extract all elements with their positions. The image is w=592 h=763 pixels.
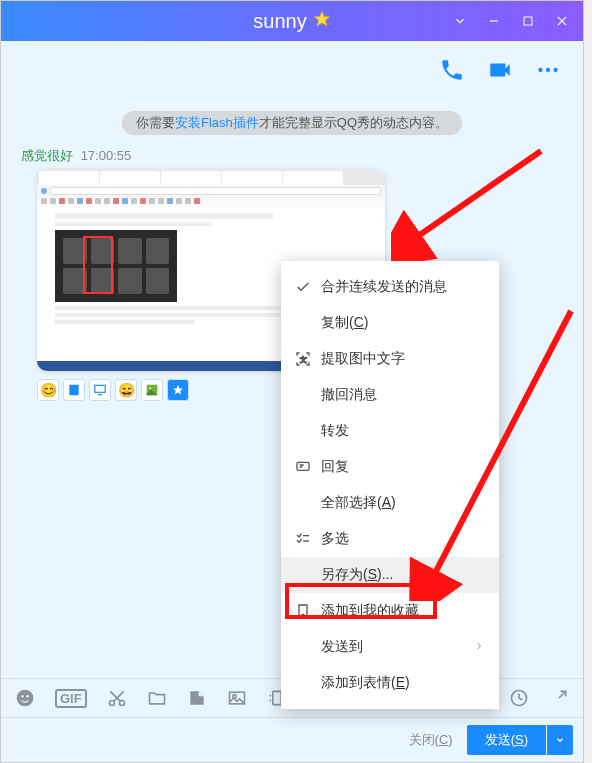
message-meta: 感觉很好 17:00:55 bbox=[21, 147, 583, 165]
bookmark-icon bbox=[295, 603, 321, 619]
menu-label: 全部选择(A) bbox=[321, 494, 396, 512]
menu-send-to[interactable]: 发送到 bbox=[281, 629, 499, 665]
menu-label: 发送到 bbox=[321, 638, 363, 656]
minimize-button[interactable] bbox=[477, 1, 511, 41]
svg-point-22 bbox=[26, 695, 29, 698]
svg-rect-2 bbox=[524, 17, 532, 25]
svg-marker-0 bbox=[314, 11, 329, 25]
send-button[interactable]: 发送(S) bbox=[467, 725, 546, 755]
menu-copy[interactable]: 复制(C) bbox=[281, 305, 499, 341]
svg-rect-9 bbox=[95, 385, 106, 392]
footer: 关闭(C) 发送(S) bbox=[1, 718, 583, 762]
window-title: sunny bbox=[253, 10, 330, 33]
voice-call-icon[interactable] bbox=[439, 57, 465, 87]
reply-icon bbox=[295, 459, 321, 475]
svg-rect-15 bbox=[297, 462, 309, 470]
video-call-icon[interactable] bbox=[487, 57, 513, 87]
menu-save-as[interactable]: 另存为(S)... bbox=[281, 557, 499, 593]
menu-recall[interactable]: 撤回消息 bbox=[281, 377, 499, 413]
picture-icon[interactable] bbox=[141, 379, 163, 401]
svg-text:文: 文 bbox=[300, 356, 307, 363]
menu-label: 添加到我的收藏 bbox=[321, 602, 419, 620]
svg-rect-8 bbox=[69, 385, 78, 396]
title-text: sunny bbox=[253, 10, 306, 33]
emoji-add-icon[interactable]: 😊 bbox=[37, 379, 59, 401]
send-dropdown[interactable] bbox=[547, 725, 573, 755]
flash-install-link[interactable]: 安装Flash插件 bbox=[175, 115, 259, 130]
cut-icon[interactable] bbox=[107, 688, 127, 708]
notice-prefix: 你需要 bbox=[136, 115, 175, 130]
flash-notice: 你需要安装Flash插件才能完整显示QQ秀的动态内容。 bbox=[122, 111, 462, 135]
svg-rect-29 bbox=[273, 691, 281, 704]
close-button[interactable] bbox=[545, 1, 579, 41]
star-icon bbox=[313, 10, 331, 33]
message-time: 17:00:55 bbox=[81, 148, 132, 163]
expand-icon[interactable] bbox=[549, 688, 569, 708]
menu-select-all[interactable]: 全部选择(A) bbox=[281, 485, 499, 521]
menu-forward[interactable]: 转发 bbox=[281, 413, 499, 449]
close-button-text[interactable]: 关闭(C) bbox=[409, 731, 453, 749]
menu-label: 另存为(S)... bbox=[321, 566, 393, 584]
svg-line-35 bbox=[559, 691, 566, 698]
menu-label: 提取图中文字 bbox=[321, 350, 405, 368]
notice-suffix: 才能完整显示QQ秀的动态内容。 bbox=[259, 115, 448, 130]
menu-label: 复制(C) bbox=[321, 314, 368, 332]
menu-add-emoji[interactable]: 添加到表情(E) bbox=[281, 665, 499, 701]
image-icon[interactable] bbox=[227, 688, 247, 708]
menu-label: 转发 bbox=[321, 422, 349, 440]
svg-point-5 bbox=[538, 68, 542, 72]
svg-point-6 bbox=[546, 68, 550, 72]
history-icon[interactable] bbox=[509, 688, 529, 708]
svg-point-20 bbox=[17, 690, 34, 707]
call-actions bbox=[1, 41, 583, 87]
svg-marker-13 bbox=[173, 385, 183, 395]
emoji-icon[interactable] bbox=[15, 688, 35, 708]
context-menu: 合并连续发送的消息 复制(C) 文 提取图中文字 撤回消息 转发 回复 全部选择… bbox=[281, 261, 499, 709]
svg-point-7 bbox=[553, 68, 557, 72]
chevron-right-icon bbox=[473, 639, 485, 655]
check-icon bbox=[295, 279, 321, 295]
send-file-icon[interactable] bbox=[187, 688, 207, 708]
maximize-button[interactable] bbox=[511, 1, 545, 41]
menu-label: 回复 bbox=[321, 458, 349, 476]
book-icon[interactable] bbox=[63, 379, 85, 401]
menu-add-favorite[interactable]: 添加到我的收藏 bbox=[281, 593, 499, 629]
titlebar: sunny bbox=[1, 1, 583, 41]
chat-window: sunny bbox=[0, 0, 584, 763]
gif-icon[interactable]: GIF bbox=[55, 689, 87, 708]
menu-label: 多选 bbox=[321, 530, 349, 548]
window-controls bbox=[443, 1, 579, 41]
ocr-icon: 文 bbox=[295, 351, 321, 367]
svg-point-12 bbox=[149, 387, 151, 389]
menu-label: 添加到表情(E) bbox=[321, 674, 410, 692]
dropdown-button[interactable] bbox=[443, 1, 477, 41]
more-icon[interactable] bbox=[535, 57, 561, 87]
monitor-icon[interactable] bbox=[89, 379, 111, 401]
multiselect-icon bbox=[295, 531, 321, 547]
menu-label: 撤回消息 bbox=[321, 386, 377, 404]
menu-merge-messages[interactable]: 合并连续发送的消息 bbox=[281, 269, 499, 305]
menu-reply[interactable]: 回复 bbox=[281, 449, 499, 485]
folder-icon[interactable] bbox=[147, 688, 167, 708]
menu-label: 合并连续发送的消息 bbox=[321, 278, 447, 296]
smile-icon[interactable]: 😄 bbox=[115, 379, 137, 401]
menu-multi-select[interactable]: 多选 bbox=[281, 521, 499, 557]
star-fav-icon[interactable] bbox=[167, 379, 189, 401]
svg-point-21 bbox=[21, 695, 24, 698]
menu-ocr[interactable]: 文 提取图中文字 bbox=[281, 341, 499, 377]
sender-name: 感觉很好 bbox=[21, 148, 73, 163]
